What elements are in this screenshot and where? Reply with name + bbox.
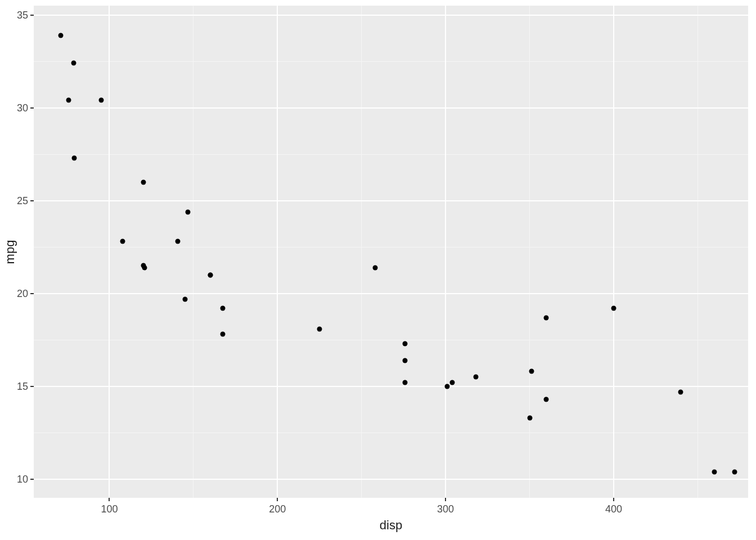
data-point	[402, 358, 407, 363]
data-point	[527, 416, 532, 421]
x-axis-label: disp	[380, 518, 402, 533]
data-point	[372, 265, 377, 270]
data-point	[71, 155, 76, 160]
y-tick-mark	[30, 200, 34, 201]
y-tick-mark	[30, 293, 34, 294]
y-tick-mark	[30, 107, 34, 109]
y-tick-label: 20	[15, 287, 28, 299]
data-point	[220, 306, 226, 311]
data-point	[544, 397, 549, 402]
data-point	[220, 332, 226, 337]
x-tick-mark	[109, 498, 110, 501]
grid-line	[34, 293, 748, 294]
x-tick-label: 200	[269, 503, 286, 515]
data-point	[66, 98, 71, 103]
y-tick-label: 15	[15, 380, 28, 392]
data-point	[176, 239, 181, 244]
data-point	[58, 33, 64, 38]
data-point	[182, 296, 187, 302]
data-point	[402, 380, 407, 385]
data-point	[473, 375, 478, 380]
x-tick-label: 100	[101, 503, 118, 515]
grid-line	[193, 6, 194, 498]
y-tick-mark	[30, 15, 34, 16]
grid-line	[613, 6, 614, 498]
grid-line	[34, 386, 748, 387]
plot-panel	[34, 6, 748, 498]
y-tick-label: 25	[15, 195, 28, 206]
y-axis-label: mpg	[3, 240, 17, 264]
data-point	[529, 369, 534, 374]
grid-line	[34, 200, 748, 201]
data-point	[402, 341, 407, 346]
grid-line	[34, 433, 748, 433]
grid-line	[445, 6, 446, 498]
data-point	[98, 98, 104, 103]
grid-line	[698, 6, 698, 498]
y-tick-label: 10	[15, 473, 28, 485]
scatter-chart: mpg disp 100200300400101520253035	[0, 0, 756, 540]
grid-line	[34, 247, 748, 248]
data-point	[544, 315, 549, 320]
data-point	[732, 469, 737, 474]
x-tick-mark	[613, 498, 614, 501]
y-tick-mark	[30, 479, 34, 480]
grid-line	[34, 340, 748, 340]
data-point	[445, 384, 450, 389]
data-point	[712, 469, 717, 474]
x-tick-label: 300	[437, 503, 454, 515]
data-point	[611, 306, 616, 311]
data-point	[208, 272, 213, 277]
data-point	[186, 209, 191, 214]
data-point	[450, 380, 455, 385]
data-point	[317, 326, 322, 331]
grid-line	[529, 6, 530, 498]
grid-line	[109, 6, 110, 498]
x-tick-mark	[445, 498, 446, 501]
x-tick-mark	[277, 498, 278, 501]
grid-line	[34, 154, 748, 155]
grid-line	[34, 61, 748, 62]
y-tick-label: 30	[15, 102, 28, 114]
data-point	[141, 179, 146, 184]
data-point	[678, 389, 683, 394]
grid-line	[361, 6, 362, 498]
x-tick-label: 400	[605, 503, 622, 515]
data-point	[142, 265, 147, 270]
data-point	[71, 61, 76, 66]
grid-line	[34, 479, 748, 480]
y-tick-label: 35	[15, 9, 28, 21]
data-point	[120, 239, 125, 244]
y-tick-mark	[30, 386, 34, 387]
grid-line	[34, 107, 748, 109]
grid-line	[277, 6, 278, 498]
grid-line	[34, 15, 748, 16]
